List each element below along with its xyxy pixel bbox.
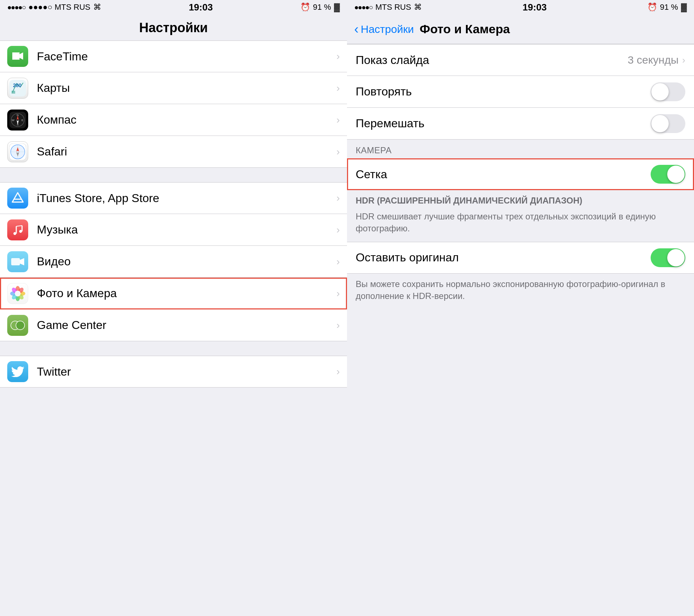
- settings-item-safari[interactable]: Safari ›: [0, 136, 347, 168]
- settings-item-facetime[interactable]: FaceTime ›: [0, 40, 347, 72]
- svg-rect-3: [12, 91, 15, 94]
- right-time: 19:03: [523, 2, 547, 13]
- right-section-1: Показ слайда 3 секунды › Повторять Перем…: [347, 44, 694, 140]
- safari-svg: [9, 144, 26, 160]
- settings-item-appstore[interactable]: iTunes Store, App Store ›: [0, 182, 347, 214]
- right-section-original: Оставить оригинал: [347, 242, 694, 274]
- battery-icon: ▓: [334, 3, 340, 12]
- gamecenter-icon: [7, 315, 28, 336]
- gamecenter-label: Game Center: [37, 318, 333, 332]
- right-wifi-icon: ⌘: [414, 3, 422, 12]
- grid-toggle[interactable]: [651, 165, 685, 184]
- svg-marker-0: [12, 52, 20, 60]
- right-content: Показ слайда 3 секунды › Повторять Перем…: [347, 44, 694, 616]
- repeat-label: Повторять: [356, 85, 651, 98]
- right-panel: ●●●●○ MTS RUS ⌘ 19:03 ⏰ 91 % ▓ ‹ Настрой…: [347, 0, 694, 616]
- slideshow-value: 3 секунды: [628, 54, 679, 66]
- facetime-chevron: ›: [337, 51, 340, 62]
- right-item-shuffle: Перемешать: [347, 108, 694, 140]
- left-status-right: ⏰ 91 % ▓: [300, 3, 340, 12]
- twitter-icon: [7, 361, 28, 382]
- carrier-name: ●●●●○ MTS RUS: [28, 3, 90, 12]
- repeat-toggle[interactable]: [651, 82, 685, 101]
- settings-item-compass[interactable]: N S W E Компас ›: [0, 104, 347, 136]
- shuffle-label: Перемешать: [356, 117, 651, 130]
- twitter-chevron: ›: [337, 366, 340, 377]
- slideshow-chevron: ›: [682, 55, 685, 66]
- maps-chevron: ›: [337, 82, 340, 94]
- right-header: ‹ Настройки Фото и Камера: [347, 14, 694, 44]
- safari-chevron: ›: [337, 146, 340, 158]
- slideshow-label: Показ слайда: [356, 54, 628, 67]
- keeporiginal-toggle[interactable]: [651, 248, 685, 267]
- appstore-svg: [11, 191, 25, 205]
- section-gap-2: [0, 341, 347, 356]
- camera-section-header: КАМЕРА: [347, 140, 694, 158]
- section-2: iTunes Store, App Store › Музыка ›: [0, 182, 347, 341]
- back-chevron-icon: ‹: [354, 22, 359, 37]
- left-battery-percent: 91 %: [313, 3, 331, 12]
- settings-item-twitter[interactable]: Twitter ›: [0, 356, 347, 388]
- settings-item-music[interactable]: Музыка ›: [0, 214, 347, 246]
- facetime-svg: [11, 50, 25, 63]
- settings-item-maps[interactable]: 280 Карты ›: [0, 72, 347, 104]
- photos-svg: [9, 285, 27, 303]
- music-label: Музыка: [37, 223, 333, 236]
- hdr-body: HDR смешивает лучшие фрагменты трех отде…: [356, 210, 685, 235]
- video-svg: [10, 256, 25, 268]
- right-item-slideshow[interactable]: Показ слайда 3 секунды ›: [347, 44, 694, 76]
- compass-svg: N S W E: [9, 112, 26, 128]
- shuffle-toggle[interactable]: [651, 114, 685, 133]
- music-svg: [11, 223, 24, 236]
- left-status-carrier: ●●●●○ ●●●●○ MTS RUS ⌘: [7, 3, 101, 12]
- right-status-right: ⏰ 91 % ▓: [647, 3, 687, 12]
- right-battery-percent: 91 %: [660, 3, 678, 12]
- settings-item-video[interactable]: Видео ›: [0, 246, 347, 278]
- appstore-chevron: ›: [337, 192, 340, 204]
- left-status-bar: ●●●●○ ●●●●○ MTS RUS ⌘ 19:03 ⏰ 91 % ▓: [0, 0, 347, 14]
- back-label: Настройки: [361, 23, 414, 35]
- twitter-label: Twitter: [37, 365, 333, 378]
- gamecenter-chevron: ›: [337, 320, 340, 331]
- svg-rect-24: [11, 258, 20, 265]
- maps-svg: 280: [9, 80, 26, 97]
- grid-label: Сетка: [356, 168, 651, 181]
- appstore-icon: [7, 188, 28, 209]
- right-page-title: Фото и Камера: [420, 22, 510, 36]
- keeporiginal-label: Оставить оригинал: [356, 251, 651, 264]
- hdr-title: HDR (РАСШИРЕННЫЙ ДИНАМИЧЕСКИЙ ДИАПАЗОН): [356, 194, 685, 207]
- music-icon: [7, 219, 28, 240]
- right-item-keeporiginal: Оставить оригинал: [347, 242, 694, 274]
- left-page-title: Настройки: [0, 14, 347, 40]
- right-carrier-name: MTS RUS: [375, 3, 411, 12]
- section-gap-1: [0, 168, 347, 182]
- right-signal-dots: ●●●●○: [354, 3, 372, 12]
- appstore-label: iTunes Store, App Store: [37, 192, 333, 205]
- video-icon: [7, 251, 28, 272]
- right-item-repeat: Повторять: [347, 76, 694, 108]
- right-section-camera: Сетка: [347, 158, 694, 190]
- signal-dots: ●●●●○: [7, 3, 25, 12]
- safari-label: Safari: [37, 145, 333, 158]
- grid-toggle-knob: [667, 166, 685, 183]
- wifi-icon: ⌘: [93, 3, 101, 12]
- settings-item-gamecenter[interactable]: Game Center ›: [0, 309, 347, 341]
- shuffle-toggle-knob: [651, 115, 669, 132]
- alarm-icon: ⏰: [300, 3, 310, 12]
- svg-point-34: [15, 291, 21, 296]
- section-3: Twitter ›: [0, 356, 347, 388]
- compass-icon: N S W E: [7, 110, 28, 131]
- back-button[interactable]: ‹ Настройки: [354, 22, 414, 37]
- maps-icon: 280: [7, 78, 28, 99]
- keeporiginal-toggle-knob: [667, 249, 685, 266]
- maps-label: Карты: [37, 81, 333, 95]
- music-chevron: ›: [337, 224, 340, 236]
- settings-item-photos[interactable]: Фото и Камера ›: [0, 278, 347, 309]
- photos-chevron: ›: [337, 288, 340, 299]
- svg-point-36: [16, 321, 25, 330]
- svg-line-23: [16, 226, 22, 226]
- svg-text:W: W: [12, 119, 14, 122]
- video-label: Видео: [37, 255, 333, 268]
- right-battery-icon: ▓: [681, 3, 687, 12]
- repeat-toggle-knob: [651, 83, 669, 100]
